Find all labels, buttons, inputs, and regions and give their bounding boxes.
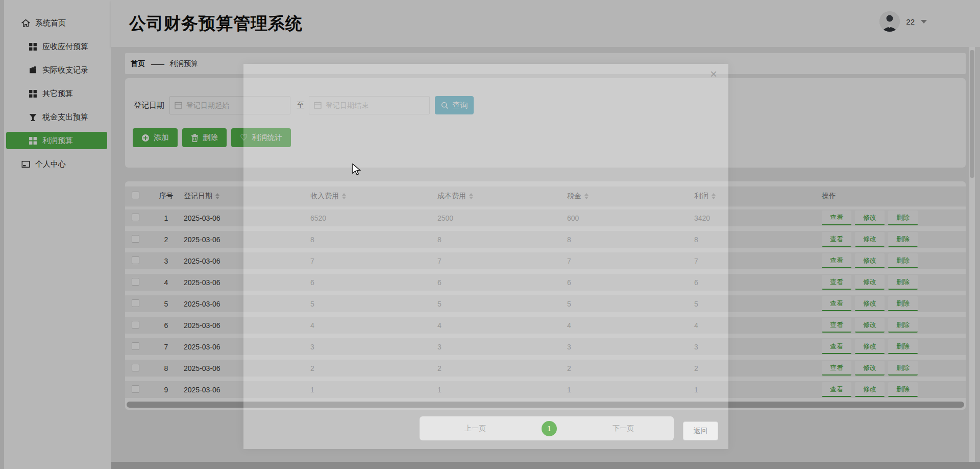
pagination: 上一页 1 下一页 — [420, 416, 674, 440]
profit-stats-modal: × 上一页 1 下一页 返回 — [243, 64, 728, 449]
next-page-button[interactable]: 下一页 — [612, 424, 634, 433]
prev-page-button[interactable]: 上一页 — [464, 424, 486, 433]
close-icon[interactable]: × — [710, 68, 717, 80]
current-page-badge[interactable]: 1 — [542, 421, 557, 436]
back-button[interactable]: 返回 — [683, 421, 718, 440]
